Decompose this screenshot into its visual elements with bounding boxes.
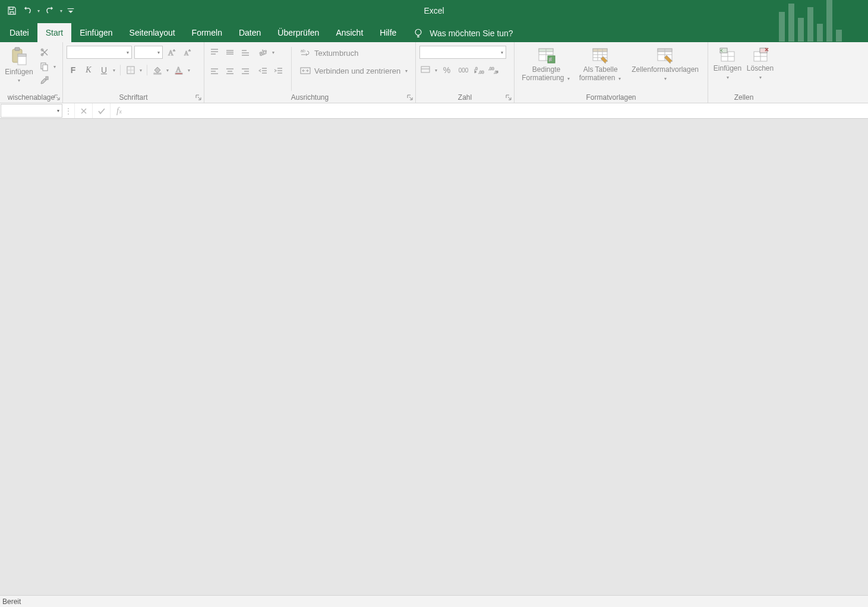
name-box[interactable]: ▾	[1, 104, 62, 118]
font-color-button[interactable]: A	[172, 64, 185, 77]
comma-style-button[interactable]: 000	[455, 64, 472, 77]
group-label-number: Zahl	[419, 92, 510, 103]
paste-button[interactable]: Einfügen ▾	[4, 46, 34, 84]
wrap-text-icon: ab	[300, 48, 311, 58]
insert-function-button[interactable]: fx	[110, 103, 128, 118]
align-middle-icon	[225, 48, 235, 57]
font-size-combo[interactable]: ▾	[134, 46, 163, 59]
group-font: ▾ ▾ A A F K U ▾	[63, 42, 204, 103]
decrease-decimal-icon: .00.0	[488, 65, 499, 75]
decrease-font-button[interactable]: A	[181, 46, 194, 59]
font-launcher[interactable]	[194, 93, 203, 102]
save-button[interactable]	[5, 4, 19, 18]
enter-formula-button[interactable]	[92, 103, 110, 118]
increase-decimal-button[interactable]: .0.00	[473, 64, 486, 77]
format-painter-button[interactable]	[38, 74, 51, 87]
tell-me-search[interactable]: Was möchten Sie tun?	[405, 24, 521, 42]
align-right-icon	[241, 67, 250, 76]
tab-ueberpruefen[interactable]: Überprüfen	[269, 23, 327, 42]
merge-center-button[interactable]: Verbinden und zentrieren ▾	[298, 64, 411, 78]
svg-text:ab: ab	[258, 48, 267, 57]
insert-cells-button[interactable]: Einfügen▾	[712, 46, 743, 83]
redo-button[interactable]	[43, 4, 57, 18]
number-launcher[interactable]	[504, 93, 513, 102]
fill-color-button[interactable]	[151, 64, 164, 77]
conditional-formatting-button[interactable]: ≠ Bedingte Formatierung ▾	[518, 46, 575, 84]
number-format-combo[interactable]: ▾	[419, 46, 506, 59]
undo-button[interactable]	[20, 4, 34, 18]
format-as-table-button[interactable]: Als Tabelle formatieren ▾	[577, 46, 624, 84]
x-icon	[80, 107, 88, 115]
percent-button[interactable]: %	[440, 64, 454, 77]
cut-button[interactable]	[38, 46, 51, 59]
alignment-launcher[interactable]	[406, 93, 414, 102]
tab-formeln[interactable]: Formeln	[184, 23, 231, 42]
cell-styles-button[interactable]: Zellenformatvorlagen▾	[626, 46, 704, 84]
accounting-dropdown[interactable]: ▾	[434, 68, 438, 73]
align-right-button[interactable]	[239, 65, 252, 78]
redo-dropdown[interactable]: ▾	[58, 8, 64, 14]
align-left-button[interactable]	[208, 65, 221, 78]
wrap-text-label: Textumbruch	[314, 49, 358, 58]
align-middle-button[interactable]	[223, 46, 236, 59]
align-center-icon	[225, 67, 235, 76]
bold-button[interactable]: F	[67, 64, 80, 77]
svg-rect-4	[18, 54, 26, 56]
worksheet-area[interactable]	[0, 119, 868, 595]
group-label-clipboard: wischenablage	[4, 92, 59, 103]
merge-dropdown[interactable]: ▾	[404, 68, 409, 74]
tab-seitenlayout[interactable]: Seitenlayout	[121, 23, 184, 42]
copy-icon	[40, 62, 49, 71]
paste-icon	[10, 47, 28, 67]
cancel-formula-button[interactable]	[74, 103, 92, 118]
copy-dropdown[interactable]: ▾	[52, 64, 57, 69]
indent-decrease-icon	[258, 67, 268, 76]
formula-input[interactable]	[128, 103, 868, 118]
orientation-icon: ab	[258, 48, 268, 57]
svg-text:.00: .00	[478, 70, 484, 74]
align-bottom-button[interactable]	[239, 46, 252, 59]
status-ready: Bereit	[2, 597, 21, 606]
tab-ansicht[interactable]: Ansicht	[327, 23, 371, 42]
decrease-decimal-button[interactable]: .00.0	[487, 64, 500, 77]
font-color-dropdown[interactable]: ▾	[187, 68, 191, 73]
decrease-indent-button[interactable]	[257, 65, 270, 78]
tab-einfuegen[interactable]: Einfügen	[71, 23, 121, 42]
increase-font-button[interactable]: A	[165, 46, 178, 59]
tab-daten[interactable]: Daten	[231, 23, 269, 42]
qat-customize-button[interactable]	[65, 4, 76, 18]
delete-cells-button[interactable]: Löschen▾	[744, 46, 776, 83]
italic-button[interactable]: K	[82, 64, 95, 77]
orientation-dropdown[interactable]: ▾	[271, 50, 276, 55]
align-center-button[interactable]	[223, 65, 236, 78]
undo-dropdown[interactable]: ▾	[36, 8, 42, 14]
insert-cells-icon	[719, 47, 737, 64]
accounting-format-button[interactable]	[419, 64, 433, 77]
underline-dropdown[interactable]: ▾	[112, 68, 116, 73]
font-color-icon: A	[174, 65, 184, 75]
svg-text:A: A	[176, 65, 181, 74]
font-name-combo[interactable]: ▾	[67, 46, 132, 59]
tab-datei[interactable]: Datei	[1, 23, 37, 42]
font-decrease-icon: A	[182, 48, 192, 57]
underline-button[interactable]: U	[97, 64, 111, 77]
fill-color-dropdown[interactable]: ▾	[165, 68, 170, 73]
indent-increase-icon	[274, 67, 283, 76]
copy-button[interactable]	[38, 60, 51, 73]
svg-rect-29	[593, 49, 607, 52]
formula-bar-handle[interactable]: ⋮	[62, 103, 74, 118]
group-label-styles: Formatvorlagen	[518, 92, 704, 103]
borders-dropdown[interactable]: ▾	[138, 68, 143, 73]
borders-button[interactable]	[124, 64, 137, 77]
orientation-button[interactable]: ab	[257, 46, 270, 59]
group-cells: Einfügen▾ Löschen▾ Zellen	[708, 42, 779, 103]
tab-start[interactable]: Start	[37, 23, 72, 42]
tab-hilfe[interactable]: Hilfe	[371, 23, 405, 42]
title-bar: ▾ ▾ Excel	[0, 0, 868, 21]
increase-indent-button[interactable]	[272, 65, 285, 78]
ribbon: Einfügen ▾ ▾ wischenablage	[0, 42, 868, 103]
align-top-button[interactable]	[208, 46, 221, 59]
paintbrush-icon	[40, 76, 49, 86]
clipboard-launcher[interactable]	[53, 93, 61, 102]
wrap-text-button[interactable]: ab Textumbruch	[298, 46, 411, 60]
